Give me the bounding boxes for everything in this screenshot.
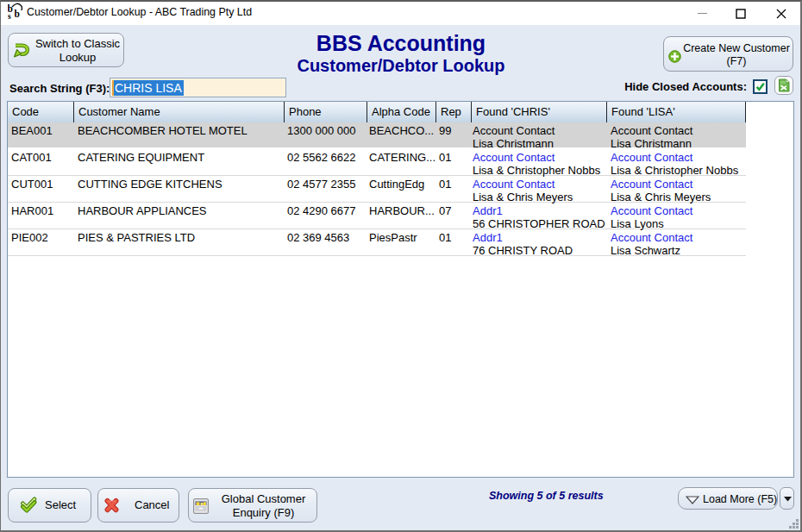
svg-text:b: b: [15, 9, 20, 19]
svg-text:s: s: [8, 12, 11, 20]
